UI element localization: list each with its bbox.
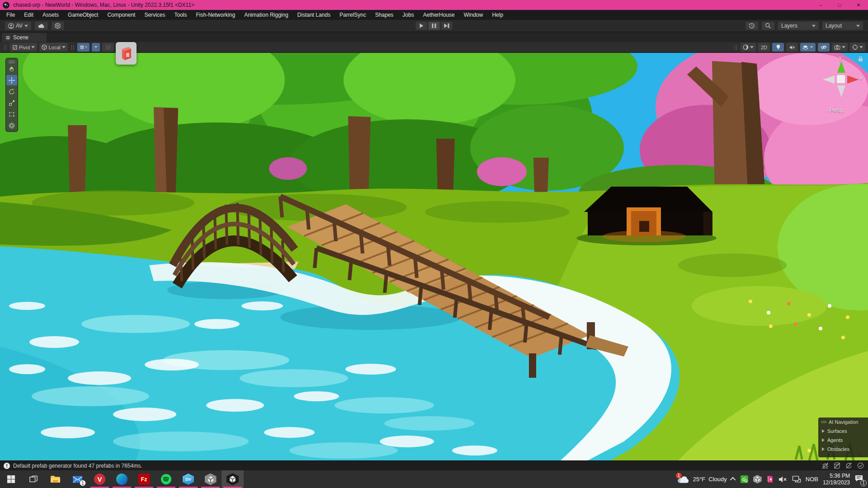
file-explorer-button[interactable] bbox=[44, 470, 66, 488]
menu-file[interactable]: File bbox=[2, 10, 19, 20]
gizmos-dropdown[interactable] bbox=[850, 43, 865, 52]
lock-icon[interactable] bbox=[858, 56, 863, 62]
unity-hub-icon bbox=[205, 474, 217, 485]
gizmo-neg-x-axis[interactable] bbox=[823, 75, 835, 84]
tray-unity-hub-icon[interactable] bbox=[753, 475, 762, 483]
scale-tool[interactable] bbox=[6, 98, 17, 108]
unity-editor-button[interactable] bbox=[222, 470, 244, 488]
mail-badge: 1 bbox=[80, 480, 86, 486]
menu-help[interactable]: Help bbox=[487, 10, 508, 20]
dv-app-button[interactable]: DV bbox=[177, 470, 199, 488]
tray-green-app-icon[interactable] bbox=[740, 475, 749, 483]
undo-history-button[interactable] bbox=[745, 21, 759, 30]
handle-rotation-dropdown[interactable]: Local bbox=[39, 43, 67, 52]
tab-scene[interactable]: Scene bbox=[2, 33, 47, 42]
rect-tool[interactable] bbox=[6, 109, 17, 119]
menu-services[interactable]: Services bbox=[140, 10, 170, 20]
menu-jobs[interactable]: Jobs bbox=[398, 10, 418, 20]
filezilla-button[interactable]: Fz bbox=[133, 470, 155, 488]
gizmo-x-axis[interactable] bbox=[847, 75, 859, 84]
pause-button[interactable] bbox=[428, 21, 440, 30]
cache-server-disabled-icon[interactable] bbox=[833, 462, 841, 469]
menu-distant-lands[interactable]: Distant Lands bbox=[293, 10, 335, 20]
grid-icon bbox=[80, 45, 85, 50]
toolbar-drag-handle[interactable] bbox=[735, 45, 737, 50]
effects-toggle[interactable] bbox=[800, 43, 816, 52]
network-icon[interactable] bbox=[792, 475, 801, 483]
cloud-button[interactable] bbox=[34, 21, 48, 30]
grid-options-dropdown[interactable] bbox=[92, 43, 100, 52]
dragged-prefab-icon[interactable] bbox=[116, 42, 137, 65]
2d-toggle[interactable]: 2D bbox=[758, 43, 770, 52]
unity-editor-icon bbox=[226, 473, 239, 485]
search-button[interactable] bbox=[761, 21, 775, 30]
gizmo-y-axis[interactable] bbox=[837, 61, 845, 73]
notification-center-button[interactable]: 1 bbox=[854, 474, 863, 484]
minimize-button[interactable]: – bbox=[811, 0, 830, 10]
menu-assets[interactable]: Assets bbox=[38, 10, 63, 20]
toolbar-drag-handle[interactable] bbox=[71, 45, 74, 50]
chevron-down-icon bbox=[810, 46, 813, 48]
view-hand-tool[interactable] bbox=[6, 64, 17, 74]
scene-viewport[interactable]: y x ‹ Persp AI Navigation Surfaces Agent… bbox=[0, 53, 868, 460]
play-button[interactable] bbox=[415, 21, 428, 30]
shaded-sphere-icon bbox=[743, 44, 749, 50]
vivaldi-button[interactable]: V bbox=[89, 470, 111, 488]
spotify-icon bbox=[160, 474, 172, 485]
audio-toggle[interactable] bbox=[786, 43, 798, 52]
gizmo-center-cube[interactable] bbox=[837, 75, 845, 83]
snap-increment-button[interactable] bbox=[102, 43, 114, 52]
foldout-surfaces[interactable]: Surfaces bbox=[821, 427, 865, 436]
menu-animation-rigging[interactable]: Animation Rigging bbox=[240, 10, 292, 20]
menu-window[interactable]: Window bbox=[459, 10, 488, 20]
hidden-icons-chevron[interactable] bbox=[730, 477, 736, 483]
menu-aetherhouse[interactable]: AetherHouse bbox=[419, 10, 459, 20]
foldout-agents[interactable]: Agents bbox=[821, 436, 865, 445]
debugger-disabled-icon[interactable] bbox=[821, 462, 829, 469]
transform-tool[interactable] bbox=[6, 120, 17, 131]
auto-refresh-disabled-icon[interactable] bbox=[845, 462, 853, 469]
start-button[interactable] bbox=[0, 470, 22, 488]
layout-dropdown[interactable]: Layout bbox=[822, 21, 863, 30]
scene-visibility-toggle[interactable] bbox=[818, 43, 830, 52]
background-tasks-icon[interactable] bbox=[857, 462, 864, 469]
rotate-tool[interactable] bbox=[6, 86, 17, 97]
maximize-button[interactable]: □ bbox=[830, 0, 849, 10]
panel-drag-handle[interactable] bbox=[821, 421, 826, 422]
unity-hub-button[interactable] bbox=[199, 470, 222, 488]
menu-fish-networking[interactable]: Fish-Networking bbox=[191, 10, 240, 20]
projection-toggle[interactable]: ‹ Persp bbox=[826, 107, 844, 113]
menu-shapes[interactable]: Shapes bbox=[371, 10, 398, 20]
status-message[interactable]: Default prefab generator found 47 prefab… bbox=[13, 463, 142, 469]
pivot-mode-dropdown[interactable]: Pivot bbox=[10, 43, 37, 52]
language-indicator[interactable]: NOB bbox=[806, 476, 818, 483]
overlay-drag-handle[interactable] bbox=[9, 61, 15, 61]
grid-visibility-toggle[interactable]: Y bbox=[77, 43, 90, 52]
close-button[interactable]: ✕ bbox=[849, 0, 868, 10]
step-button[interactable] bbox=[441, 21, 453, 30]
foldout-obstacles[interactable]: Obstacles bbox=[821, 445, 865, 454]
menu-tools[interactable]: Tools bbox=[170, 10, 191, 20]
mail-button[interactable]: 1 bbox=[66, 470, 89, 488]
menu-parrelsync[interactable]: ParrelSync bbox=[335, 10, 371, 20]
account-dropdown[interactable]: AV bbox=[5, 21, 32, 30]
volume-muted-icon[interactable] bbox=[778, 476, 788, 483]
clock[interactable]: 5:36 PM 12/19/2023 bbox=[823, 473, 850, 486]
draw-mode-dropdown[interactable] bbox=[741, 43, 756, 52]
services-button[interactable] bbox=[51, 21, 64, 30]
camera-settings-dropdown[interactable] bbox=[832, 43, 848, 52]
toolbar-drag-handle[interactable] bbox=[4, 45, 6, 50]
menu-gameobject[interactable]: GameObject bbox=[63, 10, 103, 20]
layers-dropdown[interactable]: Layers bbox=[778, 21, 819, 30]
gizmo-neg-y-axis[interactable] bbox=[837, 85, 845, 97]
tray-pink-app-icon[interactable] bbox=[766, 475, 774, 483]
spotify-button[interactable] bbox=[155, 470, 177, 488]
chevron-down-icon bbox=[750, 46, 754, 48]
weather-widget[interactable]: 1 25°F Cloudy bbox=[677, 475, 727, 483]
lighting-toggle[interactable] bbox=[772, 43, 784, 52]
move-tool[interactable] bbox=[6, 75, 17, 85]
menu-component[interactable]: Component bbox=[103, 10, 140, 20]
menu-edit[interactable]: Edit bbox=[19, 10, 38, 20]
edge-button[interactable] bbox=[111, 470, 133, 488]
task-view-button[interactable] bbox=[22, 470, 44, 488]
